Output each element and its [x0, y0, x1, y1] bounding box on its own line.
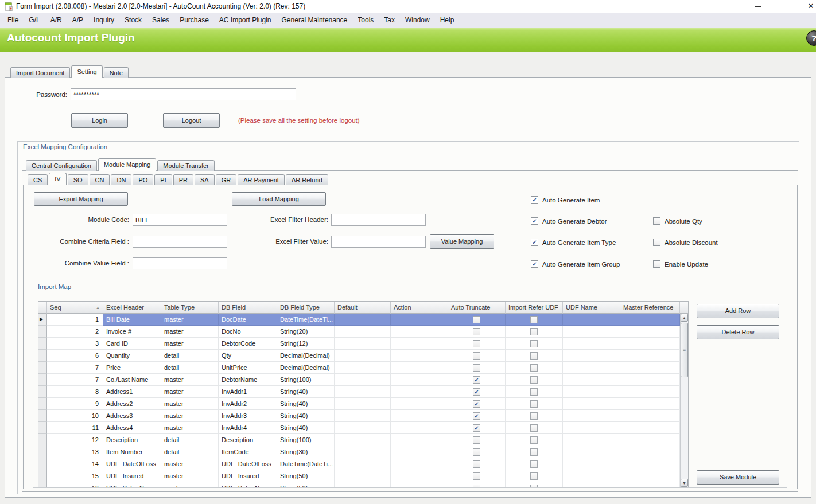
grid-cell-db-field-type[interactable]: DateTime(DateTi... — [277, 458, 335, 470]
grid-cell-default[interactable] — [335, 314, 391, 326]
grid-cell-udf-name[interactable] — [563, 386, 620, 398]
auto-truncate-checkbox[interactable]: ✔ — [473, 376, 480, 384]
grid-cell-master-reference[interactable] — [620, 350, 680, 362]
table-row[interactable]: 13Item NumberdetailItemCodeString(30) — [38, 446, 680, 458]
grid-cell-auto-truncate[interactable] — [448, 434, 506, 446]
checkbox-box[interactable]: ✔ — [531, 239, 538, 246]
column-header-table-type[interactable]: Table Type — [161, 302, 219, 314]
excel-filter-header-input[interactable] — [331, 214, 426, 226]
tab-sa[interactable]: SA — [195, 174, 215, 185]
table-row[interactable]: 7Co./Last NamemasterDebtorNameString(100… — [38, 374, 680, 386]
menu-item-ac-import-plugin[interactable]: AC Import Plugin — [214, 13, 277, 28]
grid-cell-action[interactable] — [391, 326, 448, 338]
grid-cell-seq[interactable]: 16 — [47, 482, 103, 487]
menu-item-file[interactable]: File — [2, 13, 24, 28]
grid-cell-excel-header[interactable]: Co./Last Name — [103, 374, 161, 386]
grid-cell-db-field[interactable]: DocNo — [219, 326, 277, 338]
menu-item-general-maintenance[interactable]: General Maintenance — [277, 13, 353, 28]
add-row-button[interactable]: Add Row — [697, 304, 779, 318]
grid-cell-default[interactable] — [335, 374, 391, 386]
grid-cell-action[interactable] — [391, 470, 448, 482]
column-header-db-field-type[interactable]: DB Field Type — [277, 302, 335, 314]
login-button[interactable]: Login — [71, 113, 128, 128]
grid-cell-table-type[interactable]: master — [161, 422, 219, 434]
tab-central-configuration[interactable]: Central Configuration — [26, 160, 97, 171]
grid-cell-table-type[interactable]: master — [161, 374, 219, 386]
value-mapping-button[interactable]: Value Mapping — [430, 234, 494, 249]
menu-item-window[interactable]: Window — [400, 13, 435, 28]
grid-cell-import-refer-udf[interactable] — [506, 458, 563, 470]
grid-cell-action[interactable] — [391, 482, 448, 487]
grid-cell-db-field[interactable]: Description — [219, 434, 277, 446]
checkbox-box[interactable] — [653, 217, 660, 225]
grid-cell-seq[interactable]: 2 — [47, 326, 103, 338]
grid-cell-auto-truncate[interactable] — [448, 338, 506, 350]
grid-cell-default[interactable] — [335, 350, 391, 362]
grid-cell-master-reference[interactable] — [620, 482, 680, 487]
grid-cell-db-field[interactable]: UDF_DateOfLoss — [219, 458, 277, 470]
grid-cell-master-reference[interactable] — [620, 458, 680, 470]
grid-cell-excel-header[interactable]: Address4 — [103, 422, 161, 434]
grid-cell-table-type[interactable]: detail — [161, 350, 219, 362]
grid-cell-auto-truncate[interactable] — [448, 326, 506, 338]
import-refer-udf-checkbox[interactable] — [530, 352, 538, 360]
tab-import-document[interactable]: Import Document — [10, 67, 70, 78]
auto-truncate-checkbox[interactable] — [473, 328, 480, 335]
checkbox-box[interactable]: ✔ — [531, 196, 538, 204]
grid-cell-udf-name[interactable] — [563, 398, 620, 410]
grid-cell-action[interactable] — [391, 314, 448, 326]
tab-setting[interactable]: Setting — [71, 65, 102, 78]
grid-cell-db-field[interactable]: InvAddr4 — [219, 422, 277, 434]
grid-cell-db-field[interactable]: UnitPrice — [219, 362, 277, 374]
grid-cell-db-field-type[interactable]: Decimal(Decimal) — [277, 350, 335, 362]
column-header-action[interactable]: Action — [391, 302, 448, 314]
tab-ar-payment[interactable]: AR Payment — [238, 174, 285, 185]
grid-cell-udf-name[interactable] — [563, 410, 620, 422]
table-row[interactable]: 11Address4masterInvAddr4String(40)✔ — [38, 422, 680, 434]
grid-cell-auto-truncate[interactable] — [448, 362, 506, 374]
grid-cell-default[interactable] — [335, 398, 391, 410]
column-header-udf-name[interactable]: UDF Name — [563, 302, 620, 314]
grid-cell-udf-name[interactable] — [563, 338, 620, 350]
grid-cell-db-field-type[interactable]: String(100) — [277, 374, 335, 386]
import-refer-udf-checkbox[interactable] — [530, 472, 538, 480]
grid-cell-table-type[interactable]: master — [161, 326, 219, 338]
grid-cell-default[interactable] — [335, 386, 391, 398]
menu-item-sales[interactable]: Sales — [147, 13, 174, 28]
grid-cell-excel-header[interactable]: Address2 — [103, 398, 161, 410]
grid-cell-db-field-type[interactable]: String(40) — [277, 422, 335, 434]
grid-cell-excel-header[interactable]: Item Number — [103, 446, 161, 458]
column-header-default[interactable]: Default — [335, 302, 391, 314]
grid-cell-db-field-type[interactable]: String(40) — [277, 410, 335, 422]
table-row[interactable]: 3Card IDmasterDebtorCodeString(12) — [38, 338, 680, 350]
grid-cell-table-type[interactable]: master — [161, 398, 219, 410]
grid-cell-excel-header[interactable]: Address3 — [103, 410, 161, 422]
grid-cell-table-type[interactable]: master — [161, 338, 219, 350]
menu-item-stock[interactable]: Stock — [119, 13, 147, 28]
grid-cell-import-refer-udf[interactable] — [506, 482, 563, 487]
grid-cell-udf-name[interactable] — [563, 482, 620, 487]
table-row[interactable]: 6QuantitydetailQtyDecimal(Decimal) — [38, 350, 680, 362]
grid-cell-db-field[interactable]: UDF_Insured — [219, 470, 277, 482]
grid-cell-seq[interactable]: 7 — [47, 374, 103, 386]
checkbox-box[interactable]: ✔ — [531, 260, 538, 268]
checkbox-box[interactable]: ✔ — [531, 217, 538, 225]
tab-ar-refund[interactable]: AR Refund — [286, 174, 328, 185]
excel-filter-value-input[interactable] — [331, 236, 426, 248]
auto-truncate-checkbox[interactable] — [473, 460, 480, 468]
grid-cell-seq[interactable]: 8 — [47, 386, 103, 398]
grid-cell-db-field-type[interactable]: String(50) — [277, 470, 335, 482]
grid-cell-auto-truncate[interactable] — [448, 350, 506, 362]
grid-cell-default[interactable] — [335, 470, 391, 482]
grid-cell-seq[interactable]: 6 — [47, 350, 103, 362]
auto-truncate-checkbox[interactable]: ✔ — [473, 412, 480, 420]
grid-cell-default[interactable] — [335, 434, 391, 446]
grid-cell-action[interactable] — [391, 410, 448, 422]
grid-cell-auto-truncate[interactable]: ✔ — [448, 374, 506, 386]
grid-cell-table-type[interactable]: detail — [161, 362, 219, 374]
grid-cell-action[interactable] — [391, 362, 448, 374]
import-refer-udf-checkbox[interactable] — [530, 485, 538, 488]
column-header-auto-truncate[interactable]: Auto Truncate — [448, 302, 506, 314]
grid-cell-import-refer-udf[interactable] — [506, 434, 563, 446]
grid-cell-db-field[interactable]: InvAddr1 — [219, 386, 277, 398]
